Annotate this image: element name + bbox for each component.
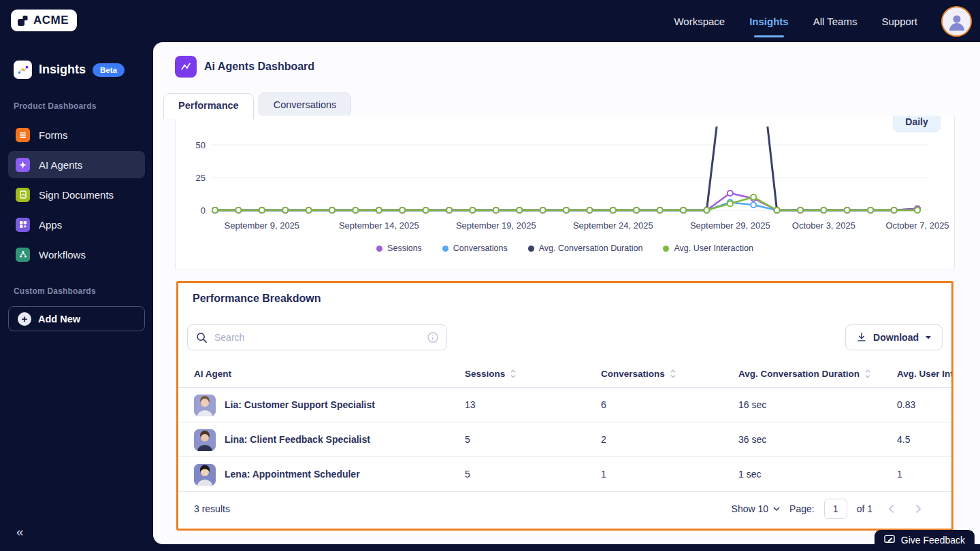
performance-breakdown-card: Performance Breakdown Downloa: [176, 281, 953, 531]
sessions-value: 13: [465, 399, 476, 410]
sidebar-item-label: Sign Documents: [39, 189, 114, 201]
legend-dot: [442, 246, 448, 252]
page-label: Page:: [789, 503, 815, 514]
search-box: [187, 324, 447, 350]
sessions-value: 5: [465, 469, 470, 480]
sidebar-item-ai-agents[interactable]: AI Agents: [8, 151, 145, 178]
previous-page-button[interactable]: [882, 504, 900, 514]
section-label-product-dashboards: Product Dashboards: [14, 101, 97, 111]
legend-dot: [663, 246, 669, 252]
download-icon: [856, 332, 867, 343]
conversations-value: 6: [601, 399, 606, 410]
legend-dot: [528, 246, 534, 252]
line-chart: 02550September 9, 2025September 14, 2025…: [176, 127, 954, 234]
give-feedback-button[interactable]: Give Feedback: [875, 530, 975, 550]
svg-text:50: 50: [196, 140, 206, 150]
top-navigation: Workspace Insights All Teams Support: [153, 0, 980, 42]
download-label: Download: [873, 332, 919, 343]
page-number-input[interactable]: [824, 499, 847, 519]
svg-text:0: 0: [201, 205, 206, 216]
chart-legend: Sessions Conversations Avg. Conversation…: [176, 244, 954, 253]
apps-icon: [16, 218, 30, 232]
of-total-label: of 1: [857, 503, 872, 514]
avg-interaction-value: 0.83: [897, 399, 915, 410]
sort-icon: [510, 369, 517, 379]
performance-chart-card: Daily 02550September 9, 2025September 14…: [175, 116, 955, 269]
show-per-page-select[interactable]: Show 10: [732, 503, 780, 514]
workflows-icon: [16, 248, 30, 262]
avg-duration-value: 1 sec: [738, 469, 761, 480]
ai-agents-icon: [16, 158, 30, 172]
section-label-custom-dashboards: Custom Dashboards: [14, 286, 96, 296]
svg-text:September 9, 2025: September 9, 2025: [225, 220, 300, 231]
column-ai-agent: AI Agent: [194, 369, 231, 379]
search-icon: [196, 332, 208, 344]
main-content: Ai Agents Dashboard Performance Conversa…: [153, 42, 980, 544]
forms-icon: [16, 128, 30, 142]
tab-conversations[interactable]: Conversations: [259, 93, 352, 117]
add-new-button[interactable]: + Add New: [8, 306, 145, 331]
user-avatar[interactable]: [941, 6, 972, 37]
app-title: Insights: [39, 63, 86, 77]
conversations-value: 1: [601, 469, 606, 480]
agent-avatar: [194, 395, 216, 416]
nav-support[interactable]: Support: [881, 16, 917, 27]
insights-icon: [14, 61, 32, 79]
legend-avg-user-interaction: Avg. User Interaction: [663, 244, 753, 253]
chevron-down-icon: [925, 335, 932, 340]
breakdown-title: Performance Breakdown: [193, 293, 321, 305]
sidebar-item-label: AI Agents: [39, 159, 82, 171]
download-button[interactable]: Download: [845, 324, 943, 350]
sidebar-item-workflows[interactable]: Workflows: [8, 241, 145, 268]
sessions-value: 5: [465, 434, 470, 445]
agent-name: Lina: Client Feedback Specialist: [225, 434, 370, 445]
logo-text: ACME: [33, 14, 69, 27]
tab-performance[interactable]: Performance: [163, 93, 254, 119]
svg-text:October 7, 2025: October 7, 2025: [885, 220, 949, 231]
app-screen: ACME Insights Beta Product Dashboards Fo…: [0, 0, 980, 551]
acme-logo-icon: [17, 14, 30, 27]
dashboard-icon: [175, 56, 197, 78]
page-title: Ai Agents Dashboard: [204, 61, 314, 73]
column-avg-conversation-duration[interactable]: Avg. Conversation Duration: [738, 369, 871, 379]
sort-icon: [670, 369, 676, 379]
feedback-label: Give Feedback: [901, 535, 965, 546]
nav-workspace[interactable]: Workspace: [674, 16, 725, 27]
info-icon[interactable]: [427, 332, 438, 343]
column-avg-user-interaction[interactable]: Avg. User Interaction: [897, 369, 953, 379]
sidebar-item-sign-documents[interactable]: Sign Documents: [8, 181, 145, 208]
acme-logo[interactable]: ACME: [11, 10, 77, 31]
sidebar-item-label: Forms: [39, 129, 68, 141]
plus-icon: +: [18, 312, 31, 326]
chevron-right-icon: [915, 504, 921, 514]
agent-name: Lena: Appointment Scheduler: [225, 469, 360, 480]
agent-avatar: [194, 429, 216, 451]
table-row[interactable]: Lia: Customer Support Specialist 13 6 16…: [178, 388, 953, 422]
column-conversations[interactable]: Conversations: [601, 369, 676, 379]
svg-text:September 24, 2025: September 24, 2025: [573, 220, 653, 231]
agent-avatar: [194, 464, 216, 486]
next-page-button[interactable]: [909, 504, 927, 514]
svg-text:September 19, 2025: September 19, 2025: [456, 220, 536, 231]
dashboard-header: Ai Agents Dashboard: [175, 56, 314, 78]
table-row[interactable]: Lina: Client Feedback Specialist 5 2 36 …: [178, 422, 953, 457]
sidebar-collapse-icon[interactable]: «: [16, 524, 24, 539]
search-input[interactable]: [214, 332, 421, 343]
nav-all-teams[interactable]: All Teams: [813, 16, 858, 27]
table-header: AI Agent Sessions Conversations Avg. Con…: [178, 362, 953, 388]
column-sessions[interactable]: Sessions: [465, 369, 517, 379]
avg-duration-value: 36 sec: [738, 434, 766, 445]
legend-dot: [376, 246, 382, 252]
sidebar-item-forms[interactable]: Forms: [8, 121, 145, 148]
svg-text:September 29, 2025: September 29, 2025: [690, 220, 770, 231]
table-row[interactable]: Lena: Appointment Scheduler 5 1 1 sec 1: [178, 457, 953, 492]
nav-insights[interactable]: Insights: [749, 16, 789, 27]
pagination: Show 10 Page: of 1: [732, 499, 927, 519]
legend-sessions: Sessions: [376, 244, 422, 253]
sidebar-item-label: Apps: [39, 219, 62, 231]
sidebar-item-apps[interactable]: Apps: [8, 211, 145, 238]
insights-app-header: Insights Beta: [14, 61, 125, 79]
svg-text:September 14, 2025: September 14, 2025: [339, 220, 419, 231]
chevron-down-icon: [773, 507, 780, 512]
table-body: Lia: Customer Support Specialist 13 6 16…: [178, 388, 953, 492]
